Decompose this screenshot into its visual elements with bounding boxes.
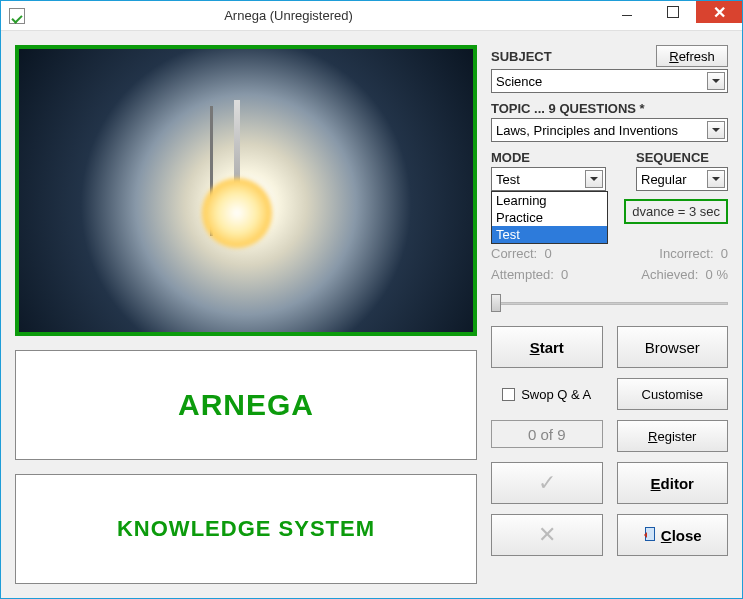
cross-icon: ✕ [538, 522, 556, 548]
mode-option-practice[interactable]: Practice [492, 209, 607, 226]
refresh-button[interactable]: Refresh [656, 45, 728, 67]
achieved-label: Achieved: [641, 267, 698, 282]
slider-thumb[interactable] [491, 294, 501, 312]
stats-row-2: Attempted: 0 Achieved: 0 % [491, 267, 728, 282]
accept-button[interactable]: ✓ [491, 462, 603, 504]
swop-checkbox[interactable]: Swop Q & A [491, 378, 603, 410]
titlebar: Arnega (Unregistered) [1, 1, 742, 31]
advance-text: dvance = 3 sec [632, 204, 720, 219]
content-area: ARNEGA KNOWLEDGE SYSTEM SUBJECT Refresh … [1, 31, 742, 598]
editor-button[interactable]: Editor [617, 462, 729, 504]
checkbox-box [502, 388, 515, 401]
correct-value: 0 [544, 246, 551, 261]
app-icon [9, 8, 25, 24]
incorrect-value: 0 [721, 246, 728, 261]
window-controls [604, 1, 742, 30]
topic-label: TOPIC ... 9 QUESTIONS * [491, 101, 728, 116]
topic-select[interactable]: Laws, Principles and Inventions [491, 118, 728, 142]
title-panel-2: KNOWLEDGE SYSTEM [15, 474, 477, 584]
advance-timer-box: dvance = 3 sec [624, 199, 728, 224]
app-title: ARNEGA [178, 388, 314, 422]
mode-dropdown-list: Learning Practice Test [491, 191, 608, 244]
progress-slider[interactable] [491, 292, 728, 314]
mode-option-learning[interactable]: Learning [492, 192, 607, 209]
customise-button[interactable]: Customise [617, 378, 729, 410]
door-icon [643, 527, 657, 543]
app-subtitle: KNOWLEDGE SYSTEM [117, 516, 375, 542]
chevron-down-icon [707, 121, 725, 139]
incorrect-label: Incorrect: [659, 246, 713, 261]
topic-image [15, 45, 477, 336]
button-grid: Start Browser Swop Q & A Customise 0 of … [491, 326, 728, 556]
chevron-down-icon [707, 170, 725, 188]
stats-row-1: Correct: 0 Incorrect: 0 [491, 246, 728, 261]
mode-label: MODE [491, 150, 606, 165]
question-counter: 0 of 9 [491, 420, 603, 448]
minimize-button[interactable] [604, 1, 650, 23]
mode-value: Test [496, 172, 585, 187]
browser-button[interactable]: Browser [617, 326, 729, 368]
maximize-button[interactable] [650, 1, 696, 23]
check-icon: ✓ [538, 470, 556, 496]
start-button[interactable]: Start [491, 326, 603, 368]
mode-option-test[interactable]: Test [492, 226, 607, 243]
attempted-value: 0 [561, 267, 568, 282]
close-button[interactable]: Close [617, 514, 729, 556]
attempted-label: Attempted: [491, 267, 554, 282]
subject-value: Science [496, 74, 707, 89]
window-title: Arnega (Unregistered) [33, 8, 604, 23]
reject-button[interactable]: ✕ [491, 514, 603, 556]
app-window: Arnega (Unregistered) ARNEGA KNOWLEDGE S… [0, 0, 743, 599]
swop-label: Swop Q & A [521, 387, 591, 402]
achieved-value: 0 % [706, 267, 728, 282]
window-close-button[interactable] [696, 1, 742, 23]
subject-label: SUBJECT [491, 49, 552, 64]
topic-value: Laws, Principles and Inventions [496, 123, 707, 138]
left-column: ARNEGA KNOWLEDGE SYSTEM [15, 45, 477, 584]
register-button[interactable]: Register [617, 420, 729, 452]
chevron-down-icon [707, 72, 725, 90]
sequence-select[interactable]: Regular [636, 167, 728, 191]
correct-label: Correct: [491, 246, 537, 261]
mode-select[interactable]: Test [491, 167, 606, 191]
title-panel-1: ARNEGA [15, 350, 477, 460]
chevron-down-icon [585, 170, 603, 188]
right-column: SUBJECT Refresh Science TOPIC ... 9 QUES… [491, 45, 728, 584]
sequence-value: Regular [641, 172, 707, 187]
subject-select[interactable]: Science [491, 69, 728, 93]
sequence-label: SEQUENCE [636, 150, 709, 165]
